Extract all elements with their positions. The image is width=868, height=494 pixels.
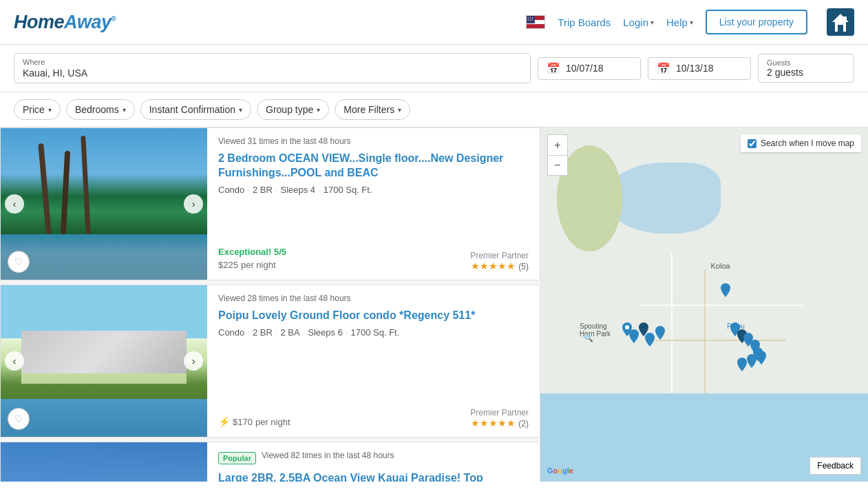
listing-2-title[interactable]: Poipu Lovely Ground Floor condo *Regency… xyxy=(218,309,529,323)
listing-1-rating: Exceptional! 5/5 xyxy=(218,247,286,257)
feedback-button[interactable]: Feedback xyxy=(809,457,861,475)
search-bar: Where 📅 10/07/18 📅 10/13/18 Guests 2 gue… xyxy=(0,45,868,92)
listing-2-favorite-button[interactable]: ♡ xyxy=(8,408,30,430)
listing-1-footer: Exceptional! 5/5 $225 per night Premier … xyxy=(218,247,529,271)
zoom-out-button[interactable]: − xyxy=(547,155,568,176)
svg-point-4 xyxy=(625,325,629,329)
listing-image-3: ‹ › ♡ xyxy=(1,442,207,482)
more-filters-arrow: ▾ xyxy=(398,106,401,114)
flag-icon[interactable]: ✦✦✦✦✦✦ xyxy=(526,15,545,29)
price-filter-arrow: ▾ xyxy=(48,106,52,114)
listing-3-views: Viewed 82 times in the last 48 hours xyxy=(262,451,394,460)
checkin-field[interactable]: 📅 10/07/18 xyxy=(538,57,641,80)
listing-1-stars: ★★★★★ xyxy=(471,260,516,271)
listing-2-reviews: (2) xyxy=(518,419,529,429)
bedrooms-filter-button[interactable]: Bedrooms ▾ xyxy=(66,99,135,120)
price-filter-button[interactable]: Price ▾ xyxy=(14,99,61,120)
group-type-filter-arrow: ▾ xyxy=(317,106,320,114)
listing-2-price: $170 xyxy=(233,414,253,429)
instant-filter-arrow: ▾ xyxy=(239,106,242,114)
header: HomeAway® ✦✦✦✦✦✦ Trip Boards Login ▾ Hel… xyxy=(0,0,868,45)
map-road xyxy=(639,305,803,306)
google-logo: Google xyxy=(547,466,573,475)
checkin-calendar-icon: 📅 xyxy=(547,62,560,75)
map-lake xyxy=(606,163,721,234)
popular-badge: Popular xyxy=(218,452,256,464)
listing-2-next-button[interactable]: › xyxy=(184,351,203,371)
listing-2-partner: Premier Partner xyxy=(470,408,529,418)
homeaway-house-icon xyxy=(827,8,854,36)
map-marker[interactable] xyxy=(655,326,665,342)
list-property-button[interactable]: List your property xyxy=(706,10,807,34)
logo[interactable]: HomeAway® xyxy=(14,12,116,33)
checkin-value: 10/07/18 xyxy=(566,63,604,74)
login-link[interactable]: Login ▾ xyxy=(623,17,654,28)
zoom-in-button[interactable]: + xyxy=(547,134,568,155)
map-marker[interactable] xyxy=(737,358,747,373)
listing-card: ‹ › ♡ Popular Viewed 82 times in the las… xyxy=(0,442,540,482)
map-marker[interactable] xyxy=(721,283,730,299)
where-label: Where xyxy=(23,58,522,66)
map-marker[interactable] xyxy=(629,329,639,345)
header-nav: ✦✦✦✦✦✦ Trip Boards Login ▾ Help ▾ List y… xyxy=(526,8,854,36)
listing-1-views: Viewed 31 times in the last 48 hours xyxy=(218,136,529,146)
listing-card: ‹ › ♡ Viewed 31 times in the last 48 hou… xyxy=(0,127,540,280)
guests-value: 2 guests xyxy=(767,67,845,78)
checkout-value: 10/13/18 xyxy=(676,63,714,74)
listing-2-price-per: per night xyxy=(255,417,290,427)
help-link[interactable]: Help ▾ xyxy=(666,17,693,28)
listing-1-prev-button[interactable]: ‹ xyxy=(5,194,24,214)
listing-3-info: Popular Viewed 82 times in the last 48 h… xyxy=(207,442,540,482)
listing-1-info: Viewed 31 times in the last 48 hours 2 B… xyxy=(207,128,540,280)
where-input[interactable] xyxy=(23,68,522,79)
more-filters-button[interactable]: More Filters ▾ xyxy=(335,99,410,120)
listing-1-price: $225 xyxy=(218,257,238,271)
listing-3-title[interactable]: Large 2BR, 2.5BA Ocean View Kauai Paradi… xyxy=(218,471,529,482)
listing-2-info: Viewed 28 times in the last 48 hours Poi… xyxy=(207,285,540,437)
search-move-container: Search when I move map xyxy=(741,134,861,152)
listing-2-prev-button[interactable]: ‹ xyxy=(5,351,24,371)
map-spouting-icon: 🔍 xyxy=(583,333,593,342)
listing-1-price-per: per night xyxy=(241,260,276,270)
listing-image-2: ‹ › ♡ xyxy=(1,285,207,437)
listing-1-partner: Premier Partner xyxy=(470,251,529,260)
listings-panel: ‹ › ♡ Viewed 31 times in the last 48 hou… xyxy=(0,127,540,482)
listing-image-1: ‹ › ♡ xyxy=(1,128,207,280)
map-marker[interactable] xyxy=(747,354,756,370)
listing-card: ‹ › ♡ Viewed 28 times in the last 48 hou… xyxy=(0,285,540,438)
help-dropdown-arrow: ▾ xyxy=(690,19,693,26)
map-road xyxy=(655,340,786,341)
svg-rect-3 xyxy=(843,17,847,21)
guests-field[interactable]: Guests 2 guests xyxy=(758,54,854,83)
instant-confirmation-filter-button[interactable]: Instant Confirmation ▾ xyxy=(140,99,251,120)
map-background: Koloa SpoutingHorn Park Poipu 🔍 xyxy=(540,127,868,482)
bedrooms-filter-arrow: ▾ xyxy=(123,106,126,114)
map-zoom-controls: + − xyxy=(547,134,568,176)
search-move-label: Search when I move map xyxy=(761,138,854,148)
map-marker[interactable] xyxy=(645,333,655,349)
map-label-koloa: Koloa xyxy=(711,262,730,270)
group-type-filter-button[interactable]: Group type ▾ xyxy=(257,99,329,120)
checkout-field[interactable]: 📅 10/13/18 xyxy=(648,57,751,80)
listing-2-stars: ★★★★★ xyxy=(471,418,516,429)
listing-1-reviews: (5) xyxy=(518,262,529,271)
filters-bar: Price ▾ Bedrooms ▾ Instant Confirmation … xyxy=(0,92,868,127)
search-move-checkbox[interactable] xyxy=(748,139,756,148)
guests-label: Guests xyxy=(767,59,845,67)
listing-2-details: Condo · 2 BR · 2 BA · Sleeps 6 · 1700 Sq… xyxy=(218,327,529,338)
map-marker[interactable] xyxy=(756,351,766,367)
listing-2-footer: ⚡ $170 per night Premier Partner ★★★★★ (… xyxy=(218,402,529,429)
main-layout: ‹ › ♡ Viewed 31 times in the last 48 hou… xyxy=(0,127,868,482)
login-dropdown-arrow: ▾ xyxy=(650,19,654,26)
tripboards-link[interactable]: Trip Boards xyxy=(558,17,611,28)
listing-1-next-button[interactable]: › xyxy=(184,194,203,214)
where-field[interactable]: Where xyxy=(14,53,531,83)
map-panel: Koloa SpoutingHorn Park Poipu 🔍 xyxy=(540,127,868,482)
instasave-icon: ⚡ xyxy=(218,416,230,427)
listing-1-details: Condo · 2 BR · Sleeps 4 · 1700 Sq. Ft. xyxy=(218,185,529,195)
svg-rect-2 xyxy=(838,25,843,32)
checkout-calendar-icon: 📅 xyxy=(657,62,670,75)
listing-1-title[interactable]: 2 Bedroom OCEAN VIEW...Single floor....N… xyxy=(218,152,529,181)
listing-1-favorite-button[interactable]: ♡ xyxy=(8,251,30,273)
listing-2-views: Viewed 28 times in the last 48 hours xyxy=(218,294,529,303)
